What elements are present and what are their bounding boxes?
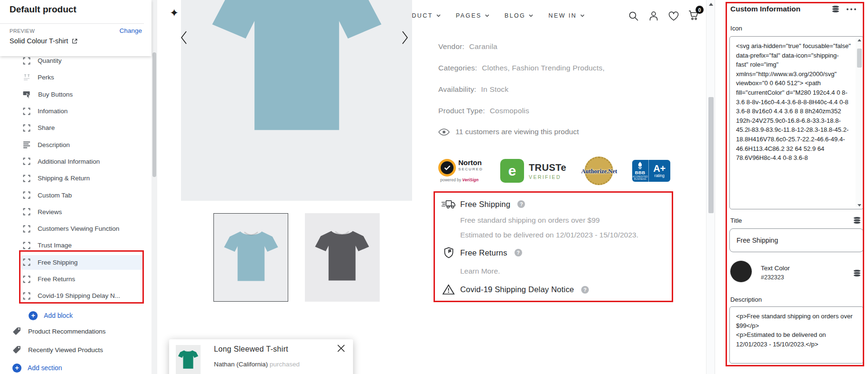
textarea-scrollbar-thumb[interactable]	[857, 49, 862, 68]
preview-product-name: Solid Colour T-shirt	[10, 37, 68, 45]
plus-circle-icon: +	[29, 311, 38, 320]
norton-check-icon	[438, 159, 456, 177]
description-field-wrap: <p>Free standard shipping on orders over…	[729, 306, 864, 364]
icon-field-label: Icon	[730, 25, 742, 32]
sales-popup: Long Sleewed T-shirt Nathan (California)…	[169, 339, 353, 374]
text-color-swatch[interactable]	[730, 261, 752, 282]
thumbnail-blue-shirt[interactable]	[213, 213, 288, 302]
bbb-rating-sub: rating	[655, 173, 665, 178]
popup-product-image	[176, 345, 201, 374]
change-link[interactable]: Change	[120, 27, 142, 34]
block-label: Customers Viewing Function	[38, 225, 120, 232]
plus-circle-icon: +	[12, 364, 21, 373]
dynamic-source-icon[interactable]	[853, 217, 861, 224]
description-textarea[interactable]: <p>Free standard shipping on orders over…	[729, 306, 864, 364]
block-description[interactable]: Description	[0, 136, 151, 153]
close-icon[interactable]	[337, 344, 345, 353]
preview-product-link[interactable]: Solid Colour T-shirt	[10, 37, 78, 45]
preview-scrollbar-thumb[interactable]	[708, 97, 714, 213]
block-label: Free Shipping	[38, 259, 78, 266]
nav-blog[interactable]: BLOG	[505, 12, 533, 19]
block-additional-information[interactable]: Additional Information	[0, 153, 151, 170]
block-share[interactable]: Share	[0, 119, 151, 136]
truste-badge: e TRUSTe VERIFIED	[500, 159, 566, 183]
free-returns-row: Free Returns ?	[441, 247, 522, 258]
tshirt-image	[209, 0, 385, 134]
text-color-value: #232323	[761, 274, 784, 281]
preview-scrollbar-track[interactable]	[706, 0, 715, 374]
block-free-returns[interactable]: Free Returns	[0, 271, 151, 287]
block-free-shipping[interactable]: Free Shipping	[0, 254, 151, 271]
scroll-up-arrow-icon[interactable]	[709, 3, 713, 6]
add-block-button[interactable]: + Add block	[0, 307, 73, 324]
section-product-recommendations[interactable]: Product Recommendations	[0, 322, 106, 340]
help-icon[interactable]: ?	[515, 249, 522, 256]
block-infomation[interactable]: Infomation	[0, 103, 151, 119]
block-icon	[23, 157, 30, 165]
settings-header: Custom Information	[730, 5, 857, 13]
cursor-icon	[23, 90, 31, 98]
carousel-prev-button[interactable]	[180, 30, 188, 45]
block-trust-image[interactable]: Trust Image	[0, 237, 151, 254]
scroll-up-arrow-icon[interactable]	[858, 39, 861, 41]
section-recently-viewed[interactable]: Recently Viewed Products	[0, 341, 103, 359]
bbb-title: BBB	[635, 170, 646, 175]
block-perks[interactable]: Perks	[0, 69, 151, 86]
page-title: Default product	[10, 4, 76, 15]
authorize-net-badge: Authorize.Net	[579, 156, 620, 186]
block-reviews[interactable]: Reviews	[0, 204, 151, 220]
carousel-next-button[interactable]	[401, 30, 409, 45]
header-icons: 0	[628, 10, 699, 23]
thumbnail-grey-shirt[interactable]	[305, 213, 380, 302]
more-menu-icon[interactable]	[846, 8, 857, 10]
text-lines-icon	[23, 141, 30, 148]
bbb-rating: A+	[653, 164, 666, 173]
norton-badge: Norton SECURED powered by VeriSign	[438, 157, 488, 184]
cart-count-badge: 0	[696, 6, 704, 14]
block-label: Additional Information	[38, 158, 100, 165]
icon-code-textarea[interactable]: <svg aria-hidden="true" focusable="false…	[729, 36, 864, 209]
warning-triangle-icon	[442, 284, 455, 295]
chevron-down-icon	[485, 14, 489, 17]
block-customers-viewing[interactable]: Customers Viewing Function	[0, 220, 151, 237]
title-input[interactable]	[729, 228, 864, 252]
dynamic-source-icon[interactable]	[853, 269, 861, 277]
block-label: Trust Image	[38, 242, 72, 249]
sidebar-scrollbar-thumb[interactable]	[152, 52, 156, 177]
search-icon[interactable]	[628, 10, 639, 22]
block-icon	[23, 276, 30, 283]
block-icon	[23, 225, 30, 233]
cart-button[interactable]: 0	[688, 10, 699, 23]
block-custom-tab[interactable]: Custom Tab	[0, 187, 151, 203]
help-icon[interactable]: ?	[517, 200, 525, 208]
section-label: Product Recommendations	[28, 328, 106, 335]
add-section-button[interactable]: + Add section	[0, 360, 62, 374]
block-icon	[23, 124, 30, 132]
truste-title: TRUSTe	[529, 162, 566, 173]
covid-notice-title: Covid-19 Shipping Delay Notice	[460, 285, 574, 294]
nav-new-in[interactable]: NEW IN	[548, 12, 585, 19]
learn-more-link[interactable]: Learn More.	[460, 267, 500, 276]
block-icon	[23, 175, 30, 182]
block-shipping-return[interactable]: Shipping & Return	[0, 170, 151, 187]
block-covid-notice[interactable]: Covid-19 Shipping Delay N...	[0, 287, 151, 304]
description-field-label: Description	[730, 296, 762, 303]
settings-title: Custom Information	[730, 5, 831, 13]
add-section-label: Add section	[28, 364, 62, 372]
account-icon[interactable]	[648, 10, 659, 22]
block-label: Quantity	[38, 57, 61, 64]
block-icon	[23, 57, 30, 65]
tshirt-popup-image	[178, 348, 199, 371]
free-shipping-row: Free Shipping ?	[441, 198, 525, 210]
scroll-down-arrow-icon[interactable]	[858, 204, 861, 207]
dynamic-source-icon[interactable]	[831, 5, 840, 13]
block-icon	[23, 258, 30, 266]
block-label: Share	[38, 124, 55, 131]
nav-pages[interactable]: PAGES	[456, 12, 489, 19]
block-buy-buttons[interactable]: Buy Buttons	[0, 86, 151, 103]
popup-product-title[interactable]: Long Sleewed T-shirt	[214, 345, 288, 354]
block-icon	[23, 292, 30, 300]
wishlist-heart-icon[interactable]	[668, 10, 679, 22]
meta-availability: Availability:In Stock	[438, 84, 605, 95]
help-icon[interactable]: ?	[581, 286, 589, 294]
